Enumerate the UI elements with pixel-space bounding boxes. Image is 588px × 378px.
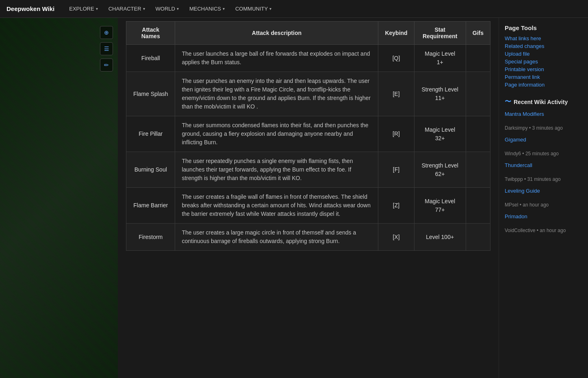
- col-header-description: Attack description: [175, 22, 378, 45]
- attack-keybind-cell: [E]: [378, 72, 414, 116]
- nav-menu: EXPLORE ▾ CHARACTER ▾ WORLD ▾ MECHANICS …: [64, 2, 276, 15]
- nav-explore[interactable]: EXPLORE ▾: [64, 2, 102, 15]
- special-pages-link[interactable]: Special pages: [505, 59, 582, 65]
- sidebar-left: ⊕ ☰ ✏: [0, 18, 118, 378]
- attack-stat-cell: Magic Level 77+: [414, 188, 466, 224]
- attack-gif-cell: [466, 224, 490, 251]
- attack-gif-cell: [466, 45, 490, 72]
- attack-keybind-cell: [Q]: [378, 45, 414, 72]
- attack-stat-cell: Magic Level 1+: [414, 45, 466, 72]
- attack-keybind-cell: [Z]: [378, 188, 414, 224]
- page-tools-links: What links here Related changes Upload f…: [505, 35, 582, 88]
- activity-item: PrimadonVoidCollective • an hour ago: [505, 213, 582, 233]
- activity-page-link[interactable]: Thundercall: [505, 162, 582, 168]
- edit-tool-button[interactable]: ✏: [100, 59, 113, 72]
- activity-page-link[interactable]: Leveling Guide: [505, 188, 582, 194]
- site-brand[interactable]: Deepwoken Wiki: [7, 5, 54, 12]
- table-row: Flame SplashThe user punches an enemy in…: [126, 72, 490, 116]
- activity-item: Mantra ModifiersDarksimpy • 3 minutes ag…: [505, 111, 582, 131]
- chevron-down-icon: ▾: [177, 7, 179, 11]
- attack-description-cell: The user creates a fragile wall of flame…: [175, 188, 378, 224]
- attack-description-cell: The user summons condensed flames into t…: [175, 116, 378, 152]
- upload-file-link[interactable]: Upload file: [505, 51, 582, 57]
- attack-name-cell: Flame Splash: [126, 72, 175, 116]
- attack-stat-cell: Magic Level 32+: [414, 116, 466, 152]
- attack-keybind-cell: [X]: [378, 224, 414, 251]
- page-layout: ⊕ ☰ ✏ Attack Names Attack description Ke…: [0, 18, 588, 378]
- attack-gif-cell: [466, 152, 490, 188]
- attack-stat-cell: Strength Level 11+: [414, 72, 466, 116]
- activity-list: Mantra ModifiersDarksimpy • 3 minutes ag…: [505, 111, 582, 233]
- activity-item: GigamedWindy6 • 25 minutes ago: [505, 137, 582, 156]
- table-row: Burning SoulThe user repeatedly punches …: [126, 152, 490, 188]
- permanent-link-link[interactable]: Permanent link: [505, 74, 582, 80]
- nav-character[interactable]: CHARACTER ▾: [104, 2, 150, 15]
- table-row: FireballThe user launches a large ball o…: [126, 45, 490, 72]
- table-row: Fire PillarThe user summons condensed fl…: [126, 116, 490, 152]
- attack-description-cell: The user launches a large ball of fire f…: [175, 45, 378, 72]
- nav-mechanics-label: MECHANICS: [189, 6, 221, 12]
- col-header-gifs: Gifs: [466, 22, 490, 45]
- attack-gif-cell: [466, 188, 490, 224]
- chevron-down-icon: ▾: [143, 7, 145, 11]
- nav-mechanics[interactable]: MECHANICS ▾: [184, 2, 230, 15]
- edit-icon: ✏: [104, 62, 109, 68]
- nav-character-label: CHARACTER: [108, 6, 141, 12]
- activity-meta: Darksimpy • 3 minutes ago: [505, 125, 563, 131]
- related-changes-link[interactable]: Related changes: [505, 43, 582, 49]
- col-header-attack-names: Attack Names: [126, 22, 175, 45]
- printable-version-link[interactable]: Printable version: [505, 66, 582, 72]
- attack-gif-cell: [466, 72, 490, 116]
- activity-page-link[interactable]: Primadon: [505, 213, 582, 219]
- menu-tool-button[interactable]: ☰: [100, 42, 113, 55]
- attack-name-cell: Fire Pillar: [126, 116, 175, 152]
- col-header-keybind: Keybind: [378, 22, 414, 45]
- activity-page-link[interactable]: Mantra Modifiers: [505, 111, 582, 117]
- nav-community-label: COMMUNITY: [235, 6, 268, 12]
- expand-icon: ⊕: [104, 29, 109, 36]
- activity-meta: Windy6 • 25 minutes ago: [505, 151, 559, 156]
- attack-name-cell: Fireball: [126, 45, 175, 72]
- attack-keybind-cell: [R]: [378, 116, 414, 152]
- activity-page-link[interactable]: Gigamed: [505, 137, 582, 143]
- sidebar-right: Page Tools What links here Related chang…: [499, 18, 588, 378]
- attack-keybind-cell: [F]: [378, 152, 414, 188]
- attack-table: Attack Names Attack description Keybind …: [126, 21, 490, 251]
- table-row: FirestormThe user creates a large magic …: [126, 224, 490, 251]
- activity-meta: MPsel • an hour ago: [505, 202, 549, 208]
- main-content: Attack Names Attack description Keybind …: [118, 18, 499, 378]
- attack-name-cell: Burning Soul: [126, 152, 175, 188]
- nav-explore-label: EXPLORE: [69, 6, 94, 12]
- attack-gif-cell: [466, 116, 490, 152]
- activity-icon: 〜: [505, 98, 511, 106]
- chevron-down-icon: ▾: [269, 7, 271, 11]
- page-information-link[interactable]: Page information: [505, 82, 582, 88]
- activity-meta: Twibppp • 31 minutes ago: [505, 176, 561, 182]
- attack-name-cell: Firestorm: [126, 224, 175, 251]
- attack-description-cell: The user creates a large magic circle in…: [175, 224, 378, 251]
- nav-world-label: WORLD: [156, 6, 175, 12]
- menu-icon: ☰: [104, 46, 109, 52]
- activity-item: ThundercallTwibppp • 31 minutes ago: [505, 162, 582, 182]
- recent-activity-label: Recent Wiki Activity: [514, 99, 568, 105]
- nav-world[interactable]: WORLD ▾: [151, 2, 184, 15]
- col-header-stat: Stat Requirement: [414, 22, 466, 45]
- expand-tool-button[interactable]: ⊕: [100, 26, 113, 39]
- what-links-here-link[interactable]: What links here: [505, 35, 582, 41]
- chevron-down-icon: ▾: [223, 7, 225, 11]
- sidebar-tools: ⊕ ☰ ✏: [100, 26, 113, 72]
- navbar: Deepwoken Wiki EXPLORE ▾ CHARACTER ▾ WOR…: [0, 0, 588, 18]
- activity-meta: VoidCollective • an hour ago: [505, 228, 566, 233]
- attack-stat-cell: Strength Level 62+: [414, 152, 466, 188]
- attack-description-cell: The user punches an enemy into the air a…: [175, 72, 378, 116]
- recent-activity-title: 〜 Recent Wiki Activity: [505, 98, 582, 106]
- nav-community[interactable]: COMMUNITY ▾: [230, 2, 276, 15]
- table-row: Flame BarrierThe user creates a fragile …: [126, 188, 490, 224]
- attack-name-cell: Flame Barrier: [126, 188, 175, 224]
- attack-description-cell: The user repeatedly punches a single ene…: [175, 152, 378, 188]
- chevron-down-icon: ▾: [96, 7, 98, 11]
- attack-stat-cell: Level 100+: [414, 224, 466, 251]
- page-tools-title: Page Tools: [505, 24, 582, 31]
- activity-item: Leveling GuideMPsel • an hour ago: [505, 188, 582, 208]
